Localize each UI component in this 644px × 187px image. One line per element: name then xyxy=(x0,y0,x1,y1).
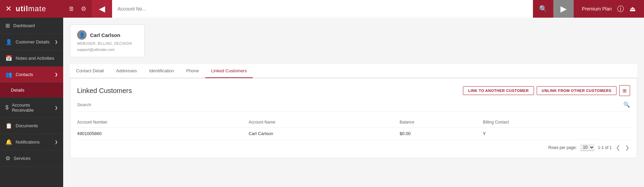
top-navigation: ✕ utilmate 🗎 ⚙ ◀ 🔍 ▶ Premium Plan ⓘ ⏏ xyxy=(0,0,644,18)
tab-phone[interactable]: Phone xyxy=(180,64,205,78)
section-title: Linked Customers xyxy=(77,87,132,95)
contact-name: Carl Carlson xyxy=(90,32,120,38)
export-button[interactable]: ⊞ xyxy=(619,85,630,96)
document-icon[interactable]: 🗎 xyxy=(69,5,75,13)
sidebar-item-notes-activities[interactable]: 📅 Notes and Activities xyxy=(0,50,63,67)
rows-per-page-select[interactable]: 10 25 50 xyxy=(580,144,594,151)
unlink-from-other-customers-button[interactable]: UNLINK FROM OTHER CUSTOMERS xyxy=(537,86,616,95)
close-button[interactable]: ✕ xyxy=(5,5,12,13)
contact-email: support@utilmate.com xyxy=(77,48,138,52)
linked-customers-table: Account Number Account Name Balance Bill… xyxy=(77,117,630,140)
sidebar-item-accounts-receivable[interactable]: $ Accounts Receivable ❯ xyxy=(0,98,63,118)
sidebar-item-dashboard[interactable]: ⊞ Dashboard xyxy=(0,18,63,34)
tab-linked-customers[interactable]: Linked Customers xyxy=(205,64,253,78)
help-icon[interactable]: ⓘ xyxy=(617,4,624,14)
customer-icon: 👤 xyxy=(5,39,12,45)
app-logo: utilmate xyxy=(16,4,46,13)
sidebar: ⊞ Dashboard 👤 Customer Details ❯ 📅 Notes… xyxy=(0,18,63,187)
table-search-input[interactable] xyxy=(77,102,623,107)
rows-per-page-label: Rows per page: xyxy=(548,145,577,150)
sidebar-label-dashboard: Dashboard xyxy=(13,23,58,28)
col-billing-contact: Billing Contact xyxy=(483,117,630,128)
sidebar-label-services: Services xyxy=(14,156,58,161)
chevron-right-icon: ❯ xyxy=(55,40,58,44)
col-account-number: Account Number xyxy=(77,117,249,128)
settings-icon[interactable]: ⚙ xyxy=(81,5,86,13)
sidebar-label-documents: Documents xyxy=(16,123,58,128)
col-balance: Balance xyxy=(400,117,483,128)
prev-page-button[interactable]: ❮ xyxy=(615,144,621,151)
chevron-right-icon-ar: ❯ xyxy=(55,106,58,110)
sidebar-item-services[interactable]: ⚙ Services xyxy=(0,150,63,167)
cell-account-number: 4901005860 xyxy=(77,128,249,140)
cell-account-name: Carl Carlson xyxy=(249,128,400,140)
sidebar-label-notifications: Notifications xyxy=(16,139,51,145)
bell-icon: 🔔 xyxy=(5,139,12,145)
contacts-icon: 👥 xyxy=(5,71,12,78)
forward-button[interactable]: ▶ xyxy=(553,0,574,18)
nav-search-area: ◀ 🔍 ▶ xyxy=(92,0,574,18)
sidebar-item-contacts[interactable]: 👥 Contacts ❯ xyxy=(0,67,63,83)
search-input[interactable] xyxy=(118,6,527,12)
col-account-name: Account Name xyxy=(249,117,400,128)
sidebar-item-customer-details[interactable]: 👤 Customer Details ❯ xyxy=(0,34,63,50)
logout-icon[interactable]: ⏏ xyxy=(629,5,636,13)
search-button[interactable]: 🔍 xyxy=(533,0,553,18)
tabs-bar: Contact Detail Addresses Identification … xyxy=(70,64,637,78)
logo-area: ✕ utilmate xyxy=(0,4,63,13)
section-header: Linked Customers LINK TO ANOTHER CUSTOME… xyxy=(77,85,630,96)
avatar: 👤 xyxy=(77,30,87,40)
linked-customers-section: Linked Customers LINK TO ANOTHER CUSTOME… xyxy=(70,78,637,158)
contact-card-header: 👤 Carl Carlson xyxy=(77,30,138,40)
pagination: Rows per page: 10 25 50 1-1 of 1 ❮ ❯ xyxy=(77,140,630,151)
contact-tags: WEBUSER, BILLING, DECISION xyxy=(77,42,138,45)
sidebar-label-customer-details: Customer Details xyxy=(16,39,51,44)
sidebar-label-contacts: Contacts xyxy=(16,72,51,77)
table-search-bar: 🔍 xyxy=(77,101,630,112)
search-box xyxy=(112,0,533,18)
section-actions: LINK TO ANOTHER CUSTOMER UNLINK FROM OTH… xyxy=(463,85,630,96)
back-button[interactable]: ◀ xyxy=(92,0,112,18)
documents-icon: 📋 xyxy=(5,123,12,129)
sidebar-label-notes: Notes and Activities xyxy=(16,56,58,61)
sidebar-item-notifications[interactable]: 🔔 Notifications ❯ xyxy=(0,134,63,150)
sidebar-label-accounts: Accounts Receivable xyxy=(12,102,51,113)
table-row[interactable]: 4901005860 Carl Carlson $0.00 Y xyxy=(77,128,630,140)
back-arrow-icon: ◀ xyxy=(99,4,105,14)
cell-billing-contact: Y xyxy=(483,128,630,140)
link-to-another-customer-button[interactable]: LINK TO ANOTHER CUSTOMER xyxy=(463,86,534,95)
cell-balance: $0.00 xyxy=(400,128,483,140)
contact-card: 👤 Carl Carlson WEBUSER, BILLING, DECISIO… xyxy=(70,24,145,57)
chevron-down-icon: ❯ xyxy=(55,72,58,77)
main-layout: ⊞ Dashboard 👤 Customer Details ❯ 📅 Notes… xyxy=(0,18,644,187)
dollar-icon: $ xyxy=(5,105,8,111)
export-icon: ⊞ xyxy=(623,88,627,93)
search-icon: 🔍 xyxy=(539,5,548,13)
table-header-row: Account Number Account Name Balance Bill… xyxy=(77,117,630,128)
top-nav-icons: 🗎 ⚙ xyxy=(63,5,92,13)
top-nav-right: Premium Plan ⓘ ⏏ xyxy=(574,4,644,14)
sidebar-label-details: Details xyxy=(11,88,58,93)
sidebar-item-details[interactable]: Details xyxy=(0,83,63,98)
services-icon: ⚙ xyxy=(5,155,10,162)
next-page-button[interactable]: ❯ xyxy=(624,144,630,151)
page-info: 1-1 of 1 xyxy=(598,145,612,150)
sidebar-item-documents[interactable]: 📋 Documents xyxy=(0,118,63,134)
tab-addresses[interactable]: Addresses xyxy=(110,64,143,78)
chevron-right-icon-notif: ❯ xyxy=(55,140,58,144)
forward-arrow-icon: ▶ xyxy=(560,4,567,14)
tab-contact-detail[interactable]: Contact Detail xyxy=(70,64,110,78)
table-search-icon: 🔍 xyxy=(623,101,630,108)
tab-identification[interactable]: Identification xyxy=(143,64,180,78)
plan-label: Premium Plan xyxy=(582,6,612,12)
dashboard-icon: ⊞ xyxy=(5,22,10,29)
main-content: 👤 Carl Carlson WEBUSER, BILLING, DECISIO… xyxy=(63,18,644,187)
notes-icon: 📅 xyxy=(5,55,12,61)
